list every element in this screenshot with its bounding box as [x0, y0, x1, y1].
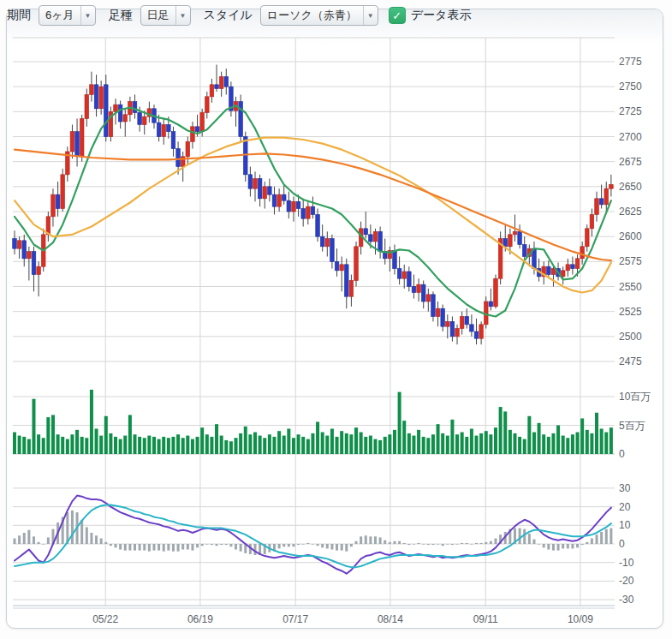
macd-histogram-bar	[538, 544, 540, 545]
chevron-down-icon[interactable]: ▼	[175, 6, 190, 25]
chevron-down-icon[interactable]: ▼	[363, 6, 378, 25]
macd-histogram-bar	[201, 544, 204, 546]
macd-histogram-bar	[124, 544, 127, 551]
macd-histogram-bar	[196, 544, 199, 547]
macd-histogram-bar	[552, 544, 555, 551]
macd-histogram-bar	[336, 544, 338, 551]
bartype-dropdown[interactable]: 日足 ▼	[140, 5, 191, 26]
macd-histogram-bar	[282, 544, 285, 546]
candle-down	[518, 231, 522, 244]
volume-axis-tick: 5百万	[619, 420, 645, 432]
price-axis-tick: 2575	[619, 255, 642, 267]
candle-down	[32, 252, 36, 275]
macd-histogram-bar	[306, 543, 309, 544]
candle-down	[378, 231, 383, 251]
price-axis-tick: 2600	[619, 230, 642, 242]
volume-bar	[61, 437, 64, 454]
volume-bar	[56, 434, 60, 454]
volume-bar	[152, 437, 156, 454]
candle-up	[200, 113, 205, 132]
macd-histogram-bar	[418, 543, 420, 544]
price-axis-tick: 2750	[619, 81, 642, 93]
volume-bar	[27, 439, 31, 454]
macd-histogram-bar	[288, 544, 290, 546]
candle-down	[503, 239, 508, 247]
volume-bar	[610, 427, 613, 454]
price-axis-tick: 2550	[619, 281, 642, 293]
macd-histogram-bar	[547, 544, 550, 550]
candle-down	[287, 200, 291, 212]
candle-up	[263, 187, 267, 199]
candle-up	[205, 97, 210, 113]
macd-histogram-bar	[152, 544, 155, 551]
macd-histogram-bar	[326, 544, 329, 548]
oscillator-axis-tick: 30	[619, 482, 631, 494]
volume-bar	[248, 434, 252, 454]
volume-bar	[297, 434, 300, 454]
volume-bar	[46, 417, 50, 454]
candle-down	[335, 261, 339, 271]
volume-axis-tick: 10百万	[619, 391, 651, 403]
volume-bar	[566, 438, 569, 454]
volume-bar	[547, 437, 550, 454]
candle-down	[522, 245, 526, 257]
macd-histogram-bar	[350, 544, 353, 546]
oscillator-axis-tick: 10	[619, 519, 631, 531]
volume-bar	[109, 433, 112, 454]
macd-histogram-bar	[562, 544, 564, 548]
volume-bar	[191, 439, 194, 454]
chart-canvas: 05/2206/1907/1708/1409/1110/092775275027…	[0, 0, 672, 639]
candle-up	[253, 179, 258, 189]
macd-histogram-bar	[158, 544, 160, 551]
macd-histogram-bar	[543, 544, 545, 547]
macd-histogram-bar	[14, 538, 16, 544]
macd-histogram-bar	[567, 544, 569, 548]
volume-bar	[277, 431, 281, 454]
volume-bar	[590, 433, 593, 454]
gridlines	[13, 38, 615, 608]
macd-histogram-bar	[490, 541, 492, 544]
volume-bar	[402, 421, 406, 454]
period-label: 期間	[7, 8, 31, 23]
volume-bar	[167, 438, 170, 454]
candle-down	[248, 175, 253, 188]
x-axis-tick: 06/19	[187, 613, 213, 625]
macd-histogram-bar	[172, 544, 175, 552]
volume-bar	[513, 433, 516, 454]
chevron-down-icon[interactable]: ▼	[80, 6, 95, 25]
macd-histogram-bar	[345, 544, 348, 552]
x-axis-tick: 10/09	[568, 613, 593, 625]
candle-down	[547, 266, 551, 274]
volume-bar	[316, 421, 319, 454]
volume-bar	[301, 437, 305, 454]
macd-histogram-bar	[33, 536, 35, 544]
macd-histogram-bar	[519, 529, 521, 544]
data-display-checkbox[interactable]: ✓	[389, 7, 406, 24]
candle-down	[13, 239, 17, 249]
candle-up	[354, 247, 359, 281]
candle-down	[369, 235, 373, 242]
candle-down	[412, 287, 416, 293]
price-axis-tick: 2725	[619, 105, 642, 117]
macd-histogram-bar	[148, 544, 151, 552]
macd-histogram-bar	[422, 544, 425, 545]
volume-bar	[321, 433, 324, 454]
volume-bar	[80, 437, 84, 454]
macd-histogram-bar	[104, 542, 107, 544]
macd-histogram-bar	[80, 520, 83, 544]
macd-histogram-bar	[177, 544, 180, 552]
volume-bar	[196, 437, 199, 454]
volume-bar	[461, 433, 464, 454]
candle-down	[571, 265, 575, 269]
style-dropdown[interactable]: ローソク（赤青） ▼	[260, 5, 378, 26]
volume-bar	[138, 437, 141, 454]
volume-bar	[538, 423, 541, 454]
candle-down	[599, 199, 604, 205]
volume-bar	[220, 436, 223, 454]
candle-down	[296, 201, 300, 208]
period-dropdown[interactable]: 6ヶ月 ▼	[39, 5, 96, 26]
candle-down	[393, 251, 397, 269]
macd-histogram-bar	[134, 544, 136, 551]
macd-histogram-bar	[143, 544, 146, 551]
volume-bar	[417, 430, 420, 454]
